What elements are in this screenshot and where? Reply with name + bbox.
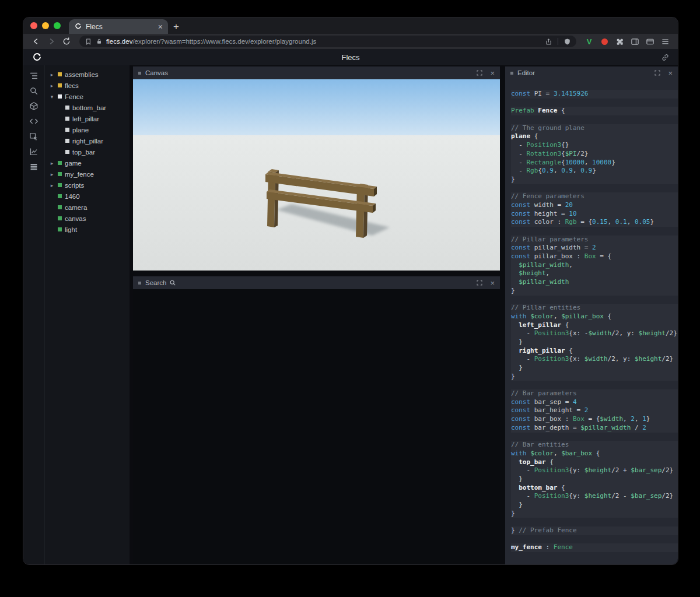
menu-button[interactable] — [658, 35, 672, 48]
code-line[interactable]: // Pillar parameters — [511, 236, 678, 244]
traffic-light-minimize[interactable] — [42, 22, 49, 29]
close-panel-button[interactable]: × — [668, 69, 673, 77]
code-line[interactable]: left_pillar { — [511, 321, 678, 330]
queries-view-button[interactable] — [26, 162, 41, 171]
code-line[interactable]: } — [511, 175, 678, 184]
code-line[interactable]: $height, — [511, 269, 678, 278]
code-line[interactable]: const width = 20 — [511, 201, 678, 210]
reload-button[interactable] — [60, 35, 74, 48]
code-line[interactable]: } — [511, 373, 678, 381]
tree-expand-icon[interactable]: ▾ — [49, 94, 55, 100]
code-line[interactable] — [511, 433, 678, 441]
bookmark-icon[interactable] — [85, 38, 92, 45]
code-line[interactable]: $pillar_width — [511, 278, 678, 287]
code-line[interactable]: // Pillar entities — [511, 304, 678, 312]
assets-view-button[interactable] — [26, 101, 41, 111]
shield-icon[interactable] — [564, 38, 571, 45]
expand-panel-button[interactable] — [477, 280, 482, 286]
code-line[interactable]: } — [511, 287, 678, 296]
stats-view-button[interactable] — [26, 147, 41, 156]
code-line[interactable]: - Position3{x: -$width/2, y: $height/2} — [511, 329, 678, 338]
search-view-button[interactable] — [26, 86, 41, 96]
tree-expand-icon[interactable]: ▸ — [49, 182, 55, 188]
code-line[interactable]: const bar_box : Box = {$width, 2, 1} — [511, 415, 678, 424]
code-line[interactable]: const pillar_width = 2 — [511, 244, 678, 252]
code-line[interactable]: top_bar { — [511, 458, 678, 467]
extensions-button[interactable] — [612, 35, 626, 48]
code-line[interactable]: plane { — [511, 132, 678, 141]
new-tab-button[interactable]: + — [168, 19, 184, 34]
code-line[interactable] — [511, 227, 678, 236]
code-line[interactable]: } — [511, 510, 678, 518]
code-line[interactable]: bottom_bar { — [511, 484, 678, 493]
browser-tab[interactable]: Flecs × — [69, 19, 168, 34]
code-line[interactable]: const color : Rgb = {0.15, 0.1, 0.05} — [511, 218, 678, 227]
v-extension-button[interactable]: V — [582, 35, 596, 48]
tree-item-camera[interactable]: camera — [45, 202, 130, 213]
close-panel-button[interactable]: × — [490, 279, 495, 287]
tree-item-left_pillar[interactable]: left_pillar — [45, 113, 130, 124]
tree-expand-icon[interactable]: ▸ — [49, 171, 55, 177]
code-line[interactable]: Prefab Fence { — [511, 107, 678, 115]
code-view-button[interactable] — [26, 117, 41, 126]
code-line[interactable]: with $color, $bar_box { — [511, 449, 678, 458]
tree-item-flecs[interactable]: ▸flecs — [45, 80, 130, 91]
code-line[interactable]: const bar_depth = $pillar_width / 2 — [511, 424, 678, 433]
flecs-logo-icon[interactable] — [32, 52, 42, 62]
code-line[interactable]: } // Prefab Fence — [511, 526, 678, 535]
code-line[interactable]: const bar_sep = 4 — [511, 398, 678, 407]
tree-view-button[interactable] — [26, 71, 41, 80]
tree-item-right_pillar[interactable]: right_pillar — [45, 135, 130, 146]
code-line[interactable]: const PI = 3.1415926 — [511, 90, 678, 99]
close-panel-button[interactable]: × — [490, 69, 495, 77]
tree-expand-icon[interactable]: ▸ — [49, 83, 55, 89]
code-line[interactable]: my_fence : Fence — [511, 543, 678, 552]
url-bar[interactable]: flecs.dev/explorer/?wasm=https://www.fle… — [79, 36, 576, 47]
tree-expand-icon[interactable]: ▸ — [49, 160, 55, 166]
tree-item-canvas[interactable]: canvas — [45, 213, 130, 224]
back-button[interactable] — [29, 35, 43, 48]
tree-item-game[interactable]: ▸game — [45, 157, 130, 168]
code-line[interactable] — [511, 99, 678, 107]
code-line[interactable]: - Position3{x: $width/2, y: $height/2} — [511, 355, 678, 364]
tree-item-1460[interactable]: 1460 — [45, 191, 130, 202]
share-icon[interactable] — [545, 38, 552, 45]
code-line[interactable]: - Rotation3{$PI/2} — [511, 150, 678, 159]
code-line[interactable] — [511, 381, 678, 389]
code-line[interactable]: const bar_height = 2 — [511, 406, 678, 415]
tree-item-light[interactable]: light — [45, 224, 130, 235]
sidebar-toggle-button[interactable] — [628, 35, 642, 48]
code-line[interactable] — [511, 518, 678, 526]
code-line[interactable]: - Position3{} — [511, 141, 678, 150]
code-line[interactable]: // Bar entities — [511, 441, 678, 449]
editor-code[interactable]: const PI = 3.1415926 Prefab Fence { // T… — [505, 79, 678, 564]
wallet-button[interactable] — [643, 35, 657, 48]
forward-button[interactable] — [44, 35, 58, 48]
code-line[interactable]: } — [511, 338, 678, 347]
traffic-light-zoom[interactable] — [54, 22, 61, 29]
code-line[interactable]: $pillar_width, — [511, 261, 678, 270]
inspect-view-button[interactable] — [26, 132, 41, 141]
code-line[interactable]: const pillar_box : Box = { — [511, 252, 678, 261]
code-line[interactable]: } — [511, 475, 678, 484]
code-line[interactable]: // Fence parameters — [511, 192, 678, 201]
tree-item-scripts[interactable]: ▸scripts — [45, 180, 130, 191]
code-line[interactable]: } — [511, 364, 678, 373]
code-line[interactable]: - Position3{y: $height/2 - $bar_sep/2} — [511, 492, 678, 501]
code-line[interactable]: // Bar parameters — [511, 389, 678, 398]
code-line[interactable]: // The ground plane — [511, 124, 678, 133]
code-line[interactable] — [511, 535, 678, 544]
lock-icon[interactable] — [96, 38, 103, 45]
tree-item-plane[interactable]: plane — [45, 124, 130, 135]
expand-panel-button[interactable] — [477, 70, 482, 76]
code-line[interactable]: - Position3{y: $height/2 + $bar_sep/2} — [511, 466, 678, 475]
code-line[interactable]: - Rgb{0.9, 0.9, 0.9} — [511, 167, 678, 175]
code-line[interactable]: right_pillar { — [511, 347, 678, 356]
expand-panel-button[interactable] — [654, 70, 660, 76]
code-line[interactable]: const height = 10 — [511, 210, 678, 219]
code-line[interactable] — [511, 184, 678, 193]
tree-item-my_fence[interactable]: ▸my_fence — [45, 168, 130, 180]
code-line[interactable]: with $color, $pillar_box { — [511, 312, 678, 321]
tree-item-bottom_bar[interactable]: bottom_bar — [45, 102, 130, 113]
tree-item-Fence[interactable]: ▾Fence — [45, 91, 130, 102]
